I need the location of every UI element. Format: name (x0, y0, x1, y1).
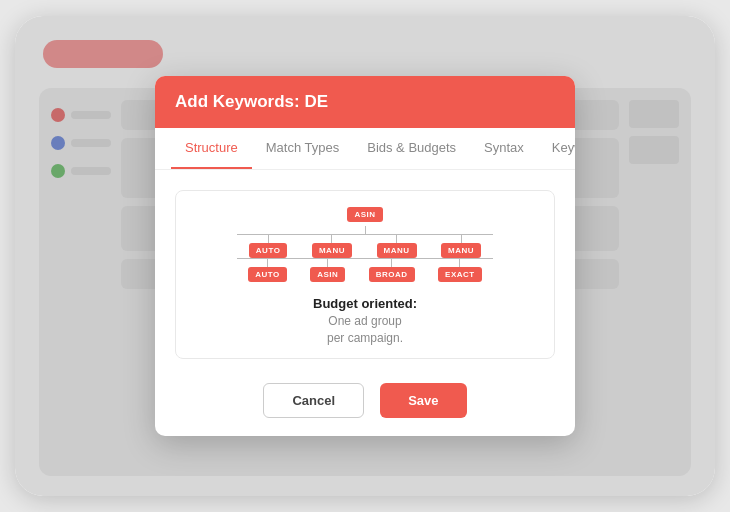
branch-vline-2 (396, 235, 397, 243)
sub-branch-0: AUTO (248, 259, 287, 282)
diagram-label-desc: One ad groupper campaign. (313, 313, 417, 347)
tab-syntax[interactable]: Syntax (470, 128, 538, 169)
level1-node-0: AUTO (249, 243, 288, 258)
modal-dialog: Add Keywords: DE Structure Match Types B… (155, 76, 575, 437)
root-vline (365, 226, 366, 234)
modal-body: ASIN AUTO MANU (155, 170, 575, 370)
diagram-label: Budget oriented: One ad groupper campaig… (313, 296, 417, 347)
cancel-button[interactable]: Cancel (263, 383, 364, 418)
structure-diagram: ASIN AUTO MANU (175, 190, 555, 360)
branch-2: MANU (377, 235, 417, 258)
level1-node-3: MANU (441, 243, 481, 258)
diagram-root-row: ASIN (347, 207, 382, 222)
sub-vline-1 (327, 259, 328, 267)
modal-tabs: Structure Match Types Bids & Budgets Syn… (155, 128, 575, 170)
branch-vline-0 (268, 235, 269, 243)
sub-branch-3: EXACT (438, 259, 482, 282)
save-button[interactable]: Save (380, 383, 466, 418)
branch-3: MANU (441, 235, 481, 258)
branch-vline-1 (331, 235, 332, 243)
level2-node-2: BROAD (369, 267, 415, 282)
diagram-label-title: Budget oriented: (313, 296, 417, 311)
modal-footer: Cancel Save (155, 369, 575, 436)
tab-bids-budgets[interactable]: Bids & Budgets (353, 128, 470, 169)
level1-node-2: MANU (377, 243, 417, 258)
tab-match-types[interactable]: Match Types (252, 128, 353, 169)
branch-vline-3 (461, 235, 462, 243)
tab-structure[interactable]: Structure (171, 128, 252, 169)
level2-node-0: AUTO (248, 267, 287, 282)
sub-vline-0 (267, 259, 268, 267)
level2-node-3: EXACT (438, 267, 482, 282)
modal-title: Add Keywords: DE (175, 92, 328, 111)
sub-vline-3 (459, 259, 460, 267)
tab-keywords[interactable]: Keywords (538, 128, 575, 169)
level1-branches: AUTO MANU MANU MANU (237, 235, 494, 258)
level1-node-1: MANU (312, 243, 352, 258)
level2-node-1: ASIN (310, 267, 345, 282)
sub-vline-2 (391, 259, 392, 267)
tablet-frame: Add Keywords: DE Structure Match Types B… (15, 16, 715, 496)
root-node-asin: ASIN (347, 207, 382, 222)
branch-1: MANU (312, 235, 352, 258)
sub-branch-1: ASIN (310, 259, 345, 282)
sub-branch-2: BROAD (369, 259, 415, 282)
branch-0: AUTO (249, 235, 288, 258)
modal-header: Add Keywords: DE (155, 76, 575, 128)
level2-branches: AUTO ASIN BROAD EXACT (237, 259, 494, 282)
